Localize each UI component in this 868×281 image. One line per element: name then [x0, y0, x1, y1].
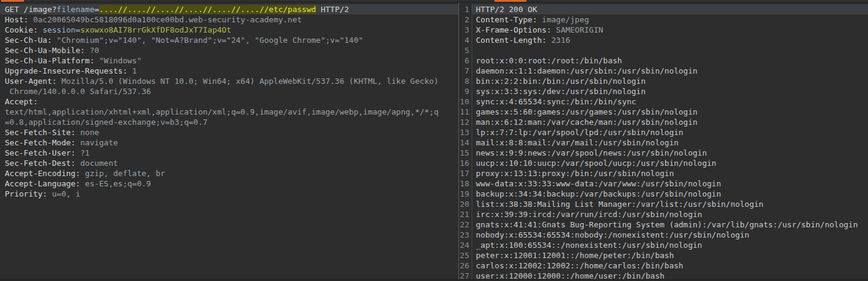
response-line[interactable]: 21irc:x:39:39:ircd:/var/run/ircd:/usr/sb… [459, 209, 868, 219]
text-segment: Chrome/140.0.0.0 Safari/537.36 [5, 87, 151, 96]
response-line[interactable]: 26carlos:x:12002:12002::/home/carlos:/bi… [459, 260, 868, 271]
text-segment: lp:x:7:7:lp:/var/spool/lpd:/usr/sbin/nol… [476, 128, 683, 137]
line-number: 12 [459, 117, 472, 127]
line-number: 4 [459, 35, 472, 45]
request-line[interactable]: Sec-Ch-Ua-Platform: "Windows" [0, 55, 458, 66]
line-content: uucp:x:10:10:uucp:/var/spool/uucp:/usr/s… [472, 158, 868, 168]
highlighted-payload: ....//....//....//....//....//....//etc/… [99, 5, 316, 14]
line-number: 22 [459, 219, 472, 230]
line-content: nobody:x:65534:65534:nobody:/nonexistent… [472, 230, 868, 240]
response-line[interactable]: 20list:x:38:38:Mailing List Manager:/var… [459, 199, 868, 209]
line-number: 17 [459, 168, 472, 178]
text-segment: sys:x:3:3:sys:/dev:/usr/sbin/nologin [476, 87, 646, 96]
text-segment: ?0 [85, 46, 99, 55]
line-number: 1 [459, 4, 472, 14]
response-line[interactable]: 17proxy:x:13:13:proxy:/bin:/usr/sbin/nol… [459, 168, 868, 178]
line-content: Sec-Fetch-Dest: document [0, 158, 458, 168]
response-line[interactable]: 22gnats:x:41:41:Gnats Bug-Reporting Syst… [459, 219, 868, 230]
response-line[interactable]: 5 [459, 45, 868, 55]
response-line[interactable]: 14mail:x:8:8:mail:/var/mail:/usr/sbin/no… [459, 137, 868, 148]
line-content: Sec-Fetch-User: ?1 [0, 148, 458, 158]
line-number: 13 [459, 127, 472, 137]
response-line[interactable]: 1HTTP/2 200 OK [459, 4, 868, 14]
request-line[interactable]: Cookie: session=sxowxo8AI78rrGkXfDF8odJx… [0, 25, 458, 35]
response-editor[interactable]: 1HTTP/2 200 OK2Content-Type: image/jpeg3… [459, 2, 868, 281]
response-line[interactable]: 9sys:x:3:3:sys:/dev:/usr/sbin/nologin [459, 86, 868, 96]
request-line[interactable]: Sec-Fetch-Mode: navigate [0, 137, 458, 148]
line-number: 7 [459, 66, 472, 76]
line-number: 9 [459, 86, 472, 96]
line-content [472, 45, 868, 55]
text-segment: none [75, 128, 99, 137]
line-content: news:x:9:9:news:/var/spool/news:/usr/sbi… [472, 148, 868, 158]
response-line[interactable]: 4Content-Length: 2316 [459, 35, 868, 45]
text-segment: SAMEORIGIN [551, 25, 603, 34]
line-content: Cookie: session=sxowxo8AI78rrGkXfDF8odJx… [0, 25, 458, 35]
request-line[interactable]: Sec-Fetch-User: ?1 [0, 148, 458, 158]
request-line[interactable]: Accept-Encoding: gzip, deflate, br [0, 168, 458, 178]
text-segment: proxy:x:13:13:proxy:/bin:/usr/sbin/nolog… [476, 169, 674, 178]
response-line[interactable]: 15news:x:9:9:news:/var/spool/news:/usr/s… [459, 148, 868, 158]
request-line[interactable]: =0.8,application/signed-exchange;v=b3;q=… [0, 117, 458, 127]
text-segment: X-Frame-Options: [476, 25, 551, 34]
line-number: 18 [459, 178, 472, 189]
line-number: 26 [459, 260, 472, 271]
line-content: sys:x:3:3:sys:/dev:/usr/sbin/nologin [472, 86, 868, 96]
line-content: Content-Type: image/jpeg [472, 14, 868, 25]
line-content: HTTP/2 200 OK [472, 4, 868, 14]
text-segment: _apt:x:100:65534::/nonexistent:/usr/sbin… [476, 241, 702, 250]
line-content: irc:x:39:39:ircd:/var/run/ircd:/usr/sbin… [472, 209, 868, 219]
line-content: Host: 0ac20065049bc5818096d0a100ce00bd.w… [0, 14, 458, 25]
text-segment: Priority: [5, 189, 47, 198]
request-editor[interactable]: GET /image?filename=....//....//....//..… [0, 2, 458, 281]
request-line[interactable]: Chrome/140.0.0.0 Safari/537.36 [0, 86, 458, 96]
response-line[interactable]: 11games:x:5:60:games:/usr/games:/usr/sbi… [459, 107, 868, 117]
response-line[interactable]: 25peter:x:12001:12001::/home/peter:/bin/… [459, 250, 868, 260]
response-line[interactable]: 7daemon:x:1:1:daemon:/usr/sbin:/usr/sbin… [459, 66, 868, 76]
request-line[interactable]: Sec-Ch-Ua-Mobile: ?0 [0, 45, 458, 55]
line-content: Chrome/140.0.0.0 Safari/537.36 [0, 86, 458, 96]
http-message-editor: GET /image?filename=....//....//....//..… [0, 0, 868, 281]
text-segment: games:x:5:60:games:/usr/games:/usr/sbin/… [476, 107, 698, 116]
request-line[interactable]: Upgrade-Insecure-Requests: 1 [0, 66, 458, 76]
request-line[interactable]: Sec-Ch-Ua: "Chromium";v="140", "Not=A?Br… [0, 35, 458, 45]
response-line[interactable]: 19backup:x:34:34:backup:/var/backups:/us… [459, 189, 868, 199]
line-content: daemon:x:1:1:daemon:/usr/sbin:/usr/sbin/… [472, 66, 868, 76]
response-line[interactable]: 18www-data:x:33:33:www-data:/var/www:/us… [459, 178, 868, 189]
line-content: list:x:38:38:Mailing List Manager:/var/l… [472, 199, 868, 209]
text-segment: uucp:x:10:10:uucp:/var/spool/uucp:/usr/s… [476, 159, 716, 168]
line-content: peter:x:12001:12001::/home/peter:/bin/ba… [472, 250, 868, 260]
request-line[interactable]: Accept-Language: es-ES,es;q=0.9 [0, 178, 458, 189]
line-content: lp:x:7:7:lp:/var/spool/lpd:/usr/sbin/nol… [472, 127, 868, 137]
request-line[interactable]: Priority: u=0, i [0, 189, 458, 199]
text-segment: irc:x:39:39:ircd:/var/run/ircd:/usr/sbin… [476, 210, 702, 219]
text-segment: "Windows" [95, 56, 142, 65]
request-line[interactable]: Host: 0ac20065049bc5818096d0a100ce00bd.w… [0, 14, 458, 25]
request-line[interactable]: User-Agent: Mozilla/5.0 (Windows NT 10.0… [0, 76, 458, 86]
request-line[interactable]: text/html,application/xhtml+xml,applicat… [0, 107, 458, 117]
request-line[interactable]: Sec-Fetch-Site: none [0, 127, 458, 137]
response-line[interactable]: 16uucp:x:10:10:uucp:/var/spool/uucp:/usr… [459, 158, 868, 168]
text-segment: HTTP/2 200 OK [476, 5, 537, 14]
request-line[interactable]: Sec-Fetch-Dest: document [0, 158, 458, 168]
text-segment: Accept-Encoding: [5, 169, 80, 178]
text-segment: HTTP/2 [316, 5, 349, 14]
response-line[interactable]: 24_apt:x:100:65534::/nonexistent:/usr/sb… [459, 240, 868, 250]
response-line[interactable]: 6root:x:0:0:root:/root:/bin/bash [459, 55, 868, 66]
response-line[interactable]: 12man:x:6:12:man:/var/cache/man:/usr/sbi… [459, 117, 868, 127]
response-line[interactable]: 8bin:x:2:2:bin:/bin:/usr/sbin/nologin [459, 76, 868, 86]
request-line[interactable]: Accept: [0, 96, 458, 107]
response-line[interactable]: 10sync:x:4:65534:sync:/bin:/bin/sync [459, 96, 868, 107]
text-segment: sxowxo8AI78rrGkXfDF8odJxT7Iap4Ot [80, 25, 231, 34]
text-segment: es-ES,es;q=0.9 [80, 179, 151, 188]
request-line[interactable]: GET /image?filename=....//....//....//..… [0, 4, 458, 14]
response-line[interactable]: 23nobody:x:65534:65534:nobody:/nonexiste… [459, 230, 868, 240]
line-content: Accept-Language: es-ES,es;q=0.9 [0, 178, 458, 189]
request-selected-tab-indicator [1, 0, 24, 2]
response-line[interactable]: 2Content-Type: image/jpeg [459, 14, 868, 25]
response-line[interactable]: 13lp:x:7:7:lp:/var/spool/lpd:/usr/sbin/n… [459, 127, 868, 137]
text-segment: man:x:6:12:man:/var/cache/man:/usr/sbin/… [476, 118, 698, 127]
response-line[interactable]: 3X-Frame-Options: SAMEORIGIN [459, 25, 868, 35]
line-number: 16 [459, 158, 472, 168]
text-segment: bin:x:2:2:bin:/bin:/usr/sbin/nologin [476, 77, 646, 86]
